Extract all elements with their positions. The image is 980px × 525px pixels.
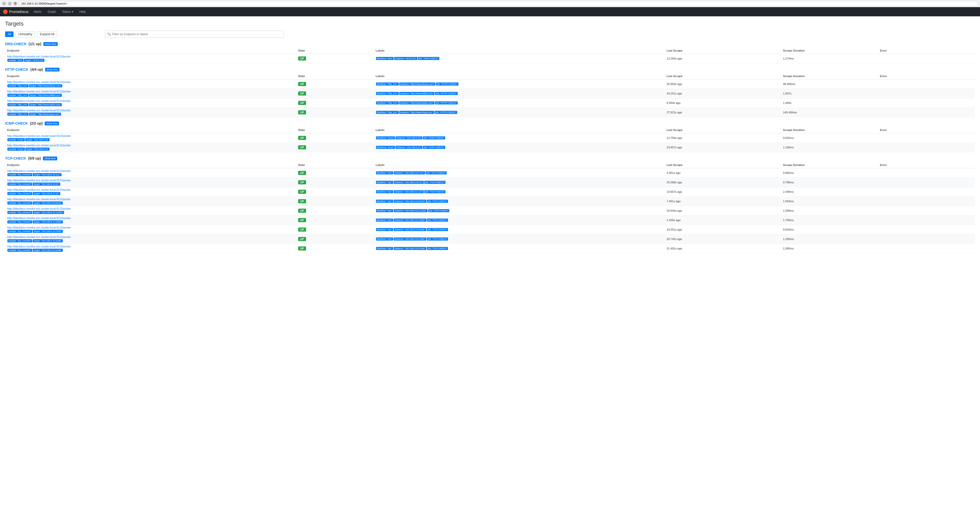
col-header-3: Last Scrape: [665, 127, 781, 133]
section-title-tcp-check[interactable]: TCP-CHECK: [5, 156, 26, 161]
label-tag: job: "HTTP-CHECK": [435, 92, 458, 95]
section-title-dns-check[interactable]: DNS-CHECK: [5, 42, 27, 46]
endpoint-url[interactable]: http://blackbox.monitor.svc.cluster.loca…: [7, 55, 294, 58]
state-badge: UP: [298, 208, 306, 213]
endpoint-tags: module: "tcp_connect"target: "192.168.0.…: [7, 229, 294, 233]
label-tag: job: "TCP-CHECK": [424, 181, 446, 184]
endpoint-cell: http://blackbox.monitor.svc.cluster.loca…: [5, 225, 296, 234]
table-icmp-check: EndpointStateLabelsLast ScrapeScrape Dur…: [5, 127, 975, 152]
error-cell: [878, 54, 975, 63]
endpoint-url[interactable]: http://blackbox.monitor.svc.cluster.loca…: [7, 179, 294, 182]
label-tag: job: "TCP-CHECK": [428, 209, 450, 212]
section-title-icmp-check[interactable]: ICMP-CHECK: [5, 121, 28, 126]
endpoint-url[interactable]: http://blackbox.monitor.svc.cluster.loca…: [7, 207, 294, 210]
col-header-3: Last Scrape: [665, 48, 781, 54]
labels-cell: blackbox: "icmp"instance: "192.168.0.11"…: [374, 143, 665, 152]
endpoint-url[interactable]: http://blackbox.monitor.svc.cluster.loca…: [7, 109, 294, 112]
label-tag: blackbox: "tcp": [376, 171, 393, 174]
table-row: http://blackbox.monitor.svc.cluster.loca…: [5, 215, 975, 225]
col-header-0: Endpoint: [5, 162, 296, 168]
last-scrape-cell: 14.667s ago: [665, 187, 781, 197]
scrape-duration-cell: 1.990ms: [781, 244, 878, 253]
state-cell: UP: [296, 143, 374, 152]
table-row: http://blackbox.monitor.svc.cluster.loca…: [5, 80, 975, 89]
label-tag: instance: "192.168.0.10:3306": [394, 228, 426, 231]
show-less-button-http-check[interactable]: show less: [45, 68, 59, 72]
state-badge: UP: [298, 199, 306, 203]
endpoint-url[interactable]: http://blackbox.monitor.svc.cluster.loca…: [7, 188, 294, 191]
label-tag: blackbox: "tcp": [376, 209, 393, 212]
label-tag: instance: "http://www.baidu.com": [399, 101, 434, 105]
nav-graph[interactable]: Graph: [46, 10, 57, 14]
search-input[interactable]: [105, 31, 284, 38]
endpoint-tag: target: "http://www.baidu.com": [29, 103, 62, 106]
endpoint-url[interactable]: http://blackbox.monitor.svc.cluster.loca…: [7, 134, 294, 137]
nav-alerts[interactable]: Alerts: [32, 10, 42, 14]
back-button[interactable]: ←: [2, 2, 6, 6]
col-header-5: Error: [878, 48, 975, 54]
label-tag: instance: "192.168.0.10:2380": [394, 237, 426, 240]
nav-status[interactable]: Status ▾: [61, 10, 74, 14]
expand-all-button[interactable]: Expand All: [37, 31, 57, 37]
show-less-button-tcp-check[interactable]: show less: [43, 156, 57, 161]
endpoint-url[interactable]: http://blackbox.monitor.svc.cluster.loca…: [7, 245, 294, 248]
state-badge: UP: [298, 101, 306, 105]
endpoint-tag: target: "192.168.0.10": [25, 138, 49, 141]
unhealthy-button[interactable]: Unhealthy: [16, 31, 35, 37]
label-tag: blackbox: "http_2xx": [376, 92, 399, 95]
label-tag: blackbox: "http_2xx": [376, 111, 399, 114]
endpoint-tags: module: "tcp_connect"target: "192.168.0.…: [7, 248, 294, 252]
nav-help[interactable]: Help: [78, 10, 87, 14]
endpoint-url[interactable]: http://blackbox.monitor.svc.cluster.loca…: [7, 216, 294, 220]
brand-name: Prometheus: [9, 10, 28, 14]
scrape-duration-cell: 1.700ms: [781, 215, 878, 225]
state-cell: UP: [296, 187, 374, 197]
endpoint-cell: http://blackbox.monitor.svc.cluster.loca…: [5, 133, 296, 143]
endpoint-tag: target: "192.168.0.10:2049": [33, 249, 62, 252]
endpoint-tag: module: "tcp_connect": [7, 220, 32, 223]
state-cell: UP: [296, 80, 374, 89]
endpoint-tags: module: "tcp_connect"target: "192.168.0.…: [7, 173, 294, 177]
endpoint-url[interactable]: http://blackbox.monitor.svc.cluster.loca…: [7, 226, 294, 229]
endpoint-tag: target: "192.168.0.11": [25, 148, 49, 151]
state-badge: UP: [298, 82, 306, 86]
show-less-button-dns-check[interactable]: show less: [43, 42, 58, 46]
endpoint-url[interactable]: http://blackbox.monitor.svc.cluster.loca…: [7, 99, 294, 102]
endpoint-url[interactable]: http://blackbox.monitor.svc.cluster.loca…: [7, 198, 294, 201]
state-cell: UP: [296, 225, 374, 234]
last-scrape-cell: 27.921s ago: [665, 108, 781, 117]
all-button[interactable]: All: [5, 32, 14, 37]
labels-cell: blackbox: "http_2xx"instance: "http://ww…: [374, 80, 665, 89]
state-cell: UP: [296, 197, 374, 206]
scrape-duration-cell: 0.865ms: [781, 168, 878, 178]
last-scrape-cell: 34.251s ago: [665, 89, 781, 98]
scrape-duration-cell: 1.063ms: [781, 197, 878, 206]
endpoint-tag: target: "http://www.douyu.com": [29, 84, 62, 88]
endpoint-url[interactable]: http://blackbox.monitor.svc.cluster.loca…: [7, 169, 294, 172]
label-tag: job: "TCP-CHECK": [427, 219, 448, 222]
col-header-4: Scrape Duration: [781, 48, 878, 54]
endpoint-url[interactable]: http://blackbox.monitor.svc.cluster.loca…: [7, 144, 294, 147]
page-title: Targets: [5, 21, 975, 27]
endpoint-tag: module: "http_2xx": [7, 113, 29, 116]
endpoint-url[interactable]: http://blackbox.monitor.svc.cluster.loca…: [7, 80, 294, 83]
error-cell: [878, 108, 975, 117]
state-cell: UP: [296, 178, 374, 187]
forward-button[interactable]: →: [8, 2, 12, 6]
section-title-http-check[interactable]: HTTP-CHECK: [5, 67, 28, 72]
table-row: http://blackbox.monitor.svc.cluster.loca…: [5, 234, 975, 244]
error-cell: [878, 143, 975, 152]
col-header-1: State: [296, 162, 374, 168]
table-row: http://blackbox.monitor.svc.cluster.loca…: [5, 197, 975, 206]
state-cell: UP: [296, 215, 374, 225]
show-less-button-icmp-check[interactable]: show less: [45, 121, 59, 126]
endpoint-url[interactable]: http://blackbox.monitor.svc.cluster.loca…: [7, 235, 294, 239]
error-cell: [878, 89, 975, 98]
endpoint-cell: http://blackbox.monitor.svc.cluster.loca…: [5, 206, 296, 215]
address-bar[interactable]: [19, 1, 978, 6]
endpoint-tag: module: "http_2xx": [7, 103, 29, 106]
table-row: http://blackbox.monitor.svc.cluster.loca…: [5, 168, 975, 178]
refresh-button[interactable]: ↻: [13, 2, 18, 6]
endpoint-url[interactable]: http://blackbox.monitor.svc.cluster.loca…: [7, 90, 294, 93]
col-header-3: Last Scrape: [665, 162, 781, 168]
